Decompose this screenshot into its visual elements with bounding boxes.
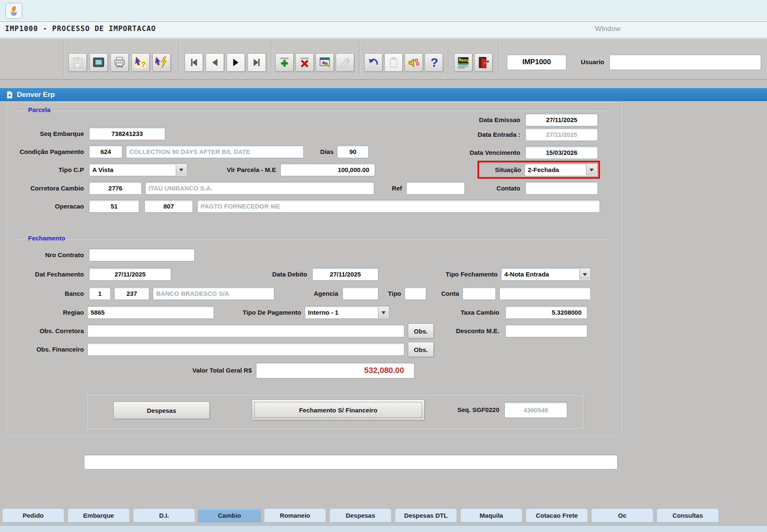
fechamento-financeiro-button[interactable]: Fechamento S/ Financeiro [252, 399, 425, 420]
tipo-pagamento-value: Interno - 1 [308, 306, 339, 318]
seq-embarque-label: Seq Embarque [17, 127, 84, 140]
obs-corretora-button[interactable]: Obs. [408, 323, 434, 339]
print-button[interactable] [110, 53, 129, 72]
java-app-icon [8, 5, 20, 17]
app-icon-button[interactable] [5, 3, 22, 19]
obs-corretora-field[interactable] [87, 324, 404, 337]
tab-di[interactable]: D.I. [133, 509, 195, 522]
tab-oc[interactable]: Oc [591, 509, 653, 522]
corretora-cambio-code-field[interactable]: 2776 [89, 182, 142, 195]
nav-first-icon [188, 56, 200, 69]
seq-embarque-field[interactable]: 738241233 [89, 127, 165, 140]
tab-bar: Pedido Embarque D.I. Cambio Romaneio Des… [2, 509, 719, 522]
tab-pedido[interactable]: Pedido [2, 509, 64, 522]
nav-last-button[interactable] [248, 53, 266, 72]
alert-icon [407, 56, 420, 69]
undo-button[interactable] [364, 53, 383, 72]
conta-field-1[interactable] [462, 287, 496, 300]
taxa-cambio-field[interactable]: 5.3208000 [505, 306, 587, 319]
chevron-down-icon[interactable] [586, 164, 597, 175]
tipo-conta-field[interactable] [404, 287, 426, 300]
clear-record-button[interactable] [336, 53, 354, 72]
tab-despesas-dtl[interactable]: Despesas DTL [395, 509, 457, 522]
tab-despesas[interactable]: Despesas [329, 509, 391, 522]
print-icon [113, 56, 126, 69]
data-vencimento-field[interactable]: 15/03/2026 [525, 146, 598, 159]
agencia-field[interactable] [342, 287, 378, 300]
tab-maquila[interactable]: Maquila [460, 509, 522, 522]
data-vencimento-label: Data Vencimento [445, 146, 520, 159]
vlr-parcela-label: Vlr Parcela - M.E [214, 163, 276, 176]
tab-embarque[interactable]: Embarque [68, 509, 130, 522]
data-emissao-field[interactable]: 27/11/2025 [525, 113, 598, 126]
chevron-down-icon[interactable] [579, 269, 590, 280]
regiao-field[interactable]: 5865 [87, 306, 214, 319]
data-debito-field[interactable]: 27/11/2025 [312, 268, 378, 281]
tipo-cp-value: A Vista [92, 164, 113, 176]
tab-cambio[interactable]: Cambio [198, 509, 261, 522]
paste-button[interactable] [384, 53, 403, 72]
nav-first-button[interactable] [185, 53, 203, 72]
toolbar-separator [64, 42, 65, 76]
exit-icon [477, 56, 490, 69]
delete-record-button[interactable] [295, 53, 314, 72]
paste-icon [387, 56, 400, 69]
conta-field-2[interactable] [499, 287, 591, 300]
footer-note-field[interactable] [84, 454, 618, 469]
screen-button[interactable] [89, 53, 108, 72]
vlr-parcela-field[interactable]: 100,000.00 [280, 163, 375, 176]
tab-romaneio[interactable]: Romaneio [264, 509, 326, 522]
contato-field[interactable] [525, 182, 598, 195]
despesas-button[interactable]: Despesas [113, 402, 210, 419]
list-of-values-button[interactable] [316, 53, 334, 72]
tipo-cp-combobox[interactable]: A Vista [89, 163, 187, 176]
svg-text:Menu: Menu [459, 57, 470, 63]
obs-financeiro-field[interactable] [87, 343, 404, 356]
undo-icon [367, 56, 380, 69]
screen-icon [92, 56, 105, 69]
menu-button[interactable]: Menu [454, 53, 472, 72]
condicao-pagamento-code-field[interactable]: 624 [89, 145, 123, 158]
tipo-cp-label: Tipo C.P [23, 163, 84, 176]
desconto-me-field[interactable] [505, 324, 587, 337]
chevron-down-icon[interactable] [176, 164, 186, 175]
enter-query-button[interactable]: ? [131, 53, 150, 72]
module-code-field[interactable]: IMP1000 [507, 54, 566, 70]
situacao-combobox[interactable]: 2-Fechada [524, 163, 597, 176]
operacao-code2-field[interactable]: 807 [144, 200, 193, 213]
obs-corretora-label: Obs. Corretora [18, 324, 84, 337]
list-of-values-icon [318, 56, 331, 69]
tipo-pagamento-combobox[interactable]: Interno - 1 [305, 306, 389, 319]
nav-next-button[interactable] [227, 53, 245, 72]
status-strip [0, 525, 767, 532]
save-button[interactable] [68, 53, 87, 72]
ref-field[interactable] [406, 182, 465, 195]
operacao-code1-field[interactable]: 51 [89, 200, 139, 213]
alert-button[interactable] [404, 53, 423, 72]
tab-cotacao-frete[interactable]: Cotacao Frete [526, 509, 588, 522]
banco-code1-field[interactable]: 1 [89, 287, 111, 300]
usuario-input[interactable] [609, 54, 761, 70]
dat-fechamento-field[interactable]: 27/11/2025 [89, 268, 171, 281]
insert-record-button[interactable] [275, 53, 294, 72]
fechamento-financeiro-button-label: Fechamento S/ Financeiro [299, 407, 378, 414]
exit-button[interactable] [474, 53, 493, 72]
situacao-value: 2-Fechada [528, 164, 559, 176]
tab-consultas[interactable]: Consultas [657, 509, 719, 522]
nav-last-icon [250, 56, 263, 69]
tipo-fechamento-combobox[interactable]: 4-Nota Entrada [501, 268, 591, 281]
obs-financeiro-button[interactable]: Obs. [408, 342, 434, 357]
banco-code2-field[interactable]: 237 [114, 287, 149, 300]
help-icon: ? [428, 56, 440, 69]
dias-field[interactable]: 90 [337, 145, 369, 158]
execute-query-button[interactable] [152, 53, 171, 72]
nav-previous-button[interactable] [206, 53, 224, 72]
data-entrada-field: 27/11/2025 [525, 128, 598, 141]
execute-query-icon [155, 56, 168, 69]
denver-erp-titlebar: Denver Erp [0, 88, 767, 101]
data-entrada-label: Data Entrada : [445, 128, 520, 141]
nro-contrato-field[interactable] [89, 248, 195, 261]
menu-window[interactable]: Window [595, 25, 620, 33]
help-button[interactable]: ? [425, 53, 443, 72]
chevron-down-icon[interactable] [378, 307, 389, 318]
